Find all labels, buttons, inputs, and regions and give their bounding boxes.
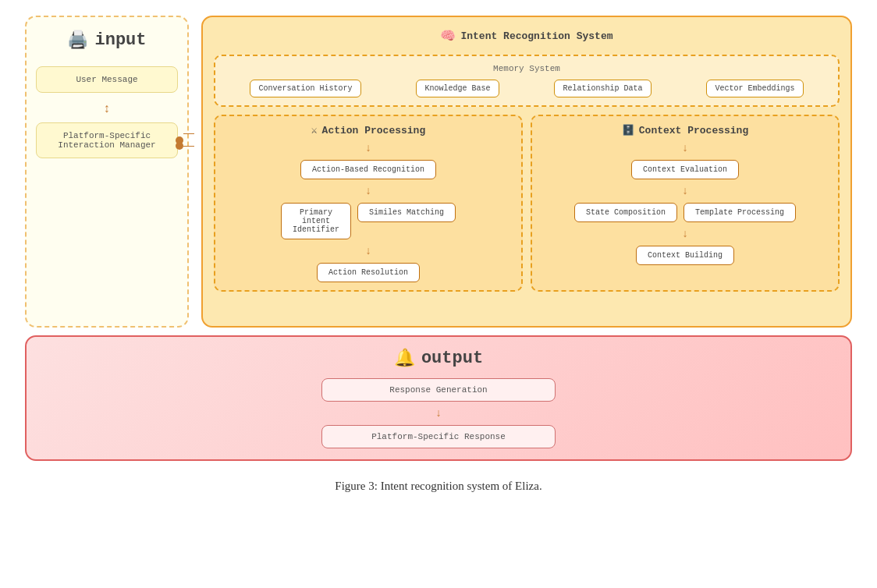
- output-title: 🔔 output: [394, 348, 483, 369]
- similes-box: Similes Matching: [357, 203, 456, 222]
- memory-item-conv-history: Conversation History: [250, 80, 360, 97]
- user-message-text: User Message: [76, 75, 137, 84]
- context-inner-row: State Composition Template Processing: [574, 203, 796, 222]
- caption-text: Figure 3: Intent recognition system of E…: [335, 480, 541, 492]
- irs-panel: 🧠 Intent Recognition System Memory Syste…: [201, 16, 852, 328]
- action-resolution-box: Action Resolution: [317, 263, 420, 282]
- output-panel: 🔔 output Response Generation ↓ Platform-…: [25, 335, 852, 461]
- processing-row: ⚔️ Action Processing ↓ Action-Based Reco…: [214, 115, 840, 292]
- action-based-box: Action-Based Recognition: [300, 160, 436, 179]
- context-panel: 🗄️ Context Processing ↓ Context Evaluati…: [531, 115, 840, 292]
- irs-label: Intent Recognition System: [460, 30, 612, 42]
- action-title: ⚔️ Action Processing: [311, 124, 425, 136]
- memory-label: Memory System: [493, 64, 560, 73]
- connector-line-1: [183, 133, 194, 134]
- context-building-box: Context Building: [636, 246, 734, 265]
- arrow-context-1: ↓: [682, 143, 688, 154]
- input-label: input: [94, 30, 146, 50]
- arrow-context-3: ↓: [682, 228, 688, 239]
- action-inner-row: Primary intent Identifier Similes Matchi…: [281, 203, 456, 239]
- memory-items: Conversation History Knowledge Base Rela…: [225, 80, 829, 97]
- memory-panel: Memory System Conversation History Knowl…: [214, 55, 840, 107]
- arrow-output-1: ↓: [435, 408, 442, 419]
- brain-icon: 🧠: [440, 28, 456, 44]
- input-title: 🖨️ input: [67, 30, 146, 51]
- arrow-action-2: ↓: [365, 186, 371, 197]
- context-eval-box: Context Evaluation: [631, 160, 739, 179]
- arrow-action-1: ↓: [365, 143, 371, 154]
- arrow-context-2: ↓: [682, 186, 688, 197]
- context-label: Context Processing: [639, 125, 748, 136]
- output-wrapper: 🔔 output Response Generation ↓ Platform-…: [25, 335, 852, 461]
- platform-response-box: Platform-Specific Response: [321, 425, 556, 448]
- template-proc-box: Template Processing: [683, 203, 796, 222]
- response-gen-text: Response Generation: [389, 385, 487, 395]
- platform-box: Platform-Specific Interaction Manager: [36, 122, 178, 158]
- context-icon: 🗄️: [622, 124, 634, 136]
- response-gen-box: Response Generation: [321, 378, 556, 402]
- memory-title: Memory System: [225, 64, 829, 73]
- action-label: Action Processing: [322, 125, 426, 136]
- primary-intent-box: Primary intent Identifier: [281, 203, 351, 239]
- action-panel: ⚔️ Action Processing ↓ Action-Based Reco…: [214, 115, 523, 292]
- memory-item-vector: Vector Embeddings: [706, 80, 803, 97]
- state-comp-box: State Composition: [574, 203, 677, 222]
- action-icon: ⚔️: [311, 124, 318, 136]
- memory-item-relationship: Relationship Data: [554, 80, 651, 97]
- platform-response-text: Platform-Specific Response: [371, 432, 506, 441]
- context-title: 🗄️ Context Processing: [622, 124, 748, 136]
- arrow-down-1: ↕: [103, 102, 111, 116]
- irs-title: 🧠 Intent Recognition System: [214, 28, 840, 44]
- platform-text: Platform-Specific Interaction Manager: [58, 131, 155, 150]
- output-icon: 🔔: [394, 348, 415, 369]
- arrow-action-3: ↓: [365, 246, 371, 257]
- user-message-box: User Message: [36, 66, 178, 93]
- input-icon: 🖨️: [67, 30, 88, 51]
- connector-line-2: [183, 146, 194, 147]
- memory-item-knowledge: Knowledge Base: [416, 80, 499, 97]
- connector-dot-2: [176, 142, 183, 150]
- figure-caption: Figure 3: Intent recognition system of E…: [335, 480, 541, 493]
- output-label: output: [421, 349, 483, 368]
- input-panel: 🖨️ input User Message ↕ Platform-Specifi…: [25, 16, 189, 328]
